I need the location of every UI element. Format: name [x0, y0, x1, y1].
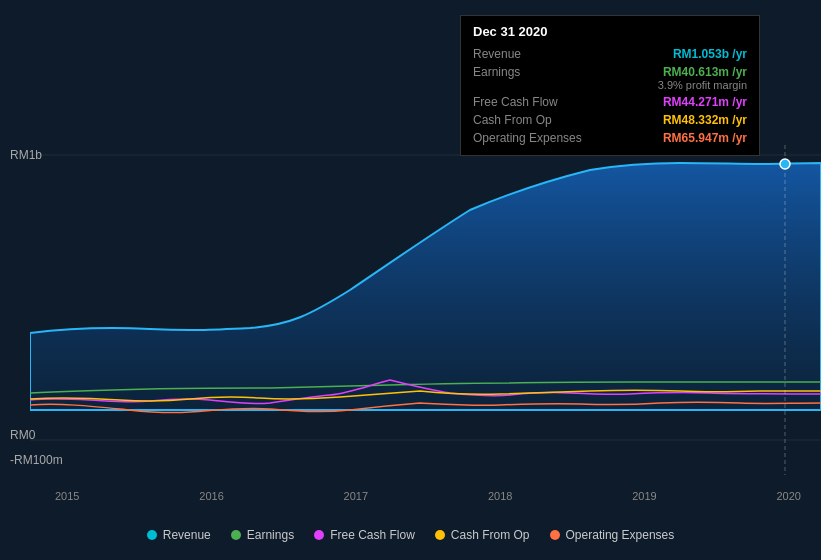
tooltip-value-revenue: RM1.053b /yr	[673, 47, 747, 61]
x-label-2020: 2020	[776, 490, 800, 502]
tooltip-label-revenue: Revenue	[473, 47, 593, 61]
svg-point-4	[780, 159, 790, 169]
main-chart	[30, 145, 821, 475]
tooltip-row-fcf: Free Cash Flow RM44.271m /yr	[473, 93, 747, 111]
legend-item-cashfromop[interactable]: Cash From Op	[435, 528, 530, 542]
x-axis: 2015 2016 2017 2018 2019 2020	[55, 490, 801, 502]
tooltip-value-earnings: RM40.613m /yr	[663, 65, 747, 79]
tooltip-row-revenue: Revenue RM1.053b /yr	[473, 45, 747, 63]
legend-dot-revenue	[147, 530, 157, 540]
x-label-2017: 2017	[344, 490, 368, 502]
legend: Revenue Earnings Free Cash Flow Cash Fro…	[0, 520, 821, 550]
tooltip-value-fcf: RM44.271m /yr	[663, 95, 747, 109]
x-label-2015: 2015	[55, 490, 79, 502]
legend-dot-fcf	[314, 530, 324, 540]
tooltip-box: Dec 31 2020 Revenue RM1.053b /yr Earning…	[460, 15, 760, 156]
legend-dot-cashfromop	[435, 530, 445, 540]
legend-dot-earnings	[231, 530, 241, 540]
legend-label-earnings: Earnings	[247, 528, 294, 542]
legend-dot-opex	[550, 530, 560, 540]
legend-item-earnings[interactable]: Earnings	[231, 528, 294, 542]
tooltip-row-cashfromop: Cash From Op RM48.332m /yr	[473, 111, 747, 129]
tooltip-label-earnings: Earnings	[473, 65, 593, 79]
tooltip-label-fcf: Free Cash Flow	[473, 95, 593, 109]
chart-container: Dec 31 2020 Revenue RM1.053b /yr Earning…	[0, 0, 821, 560]
x-label-2018: 2018	[488, 490, 512, 502]
legend-label-opex: Operating Expenses	[566, 528, 675, 542]
tooltip-label-cashfromop: Cash From Op	[473, 113, 593, 127]
x-label-2019: 2019	[632, 490, 656, 502]
tooltip-value-cashfromop: RM48.332m /yr	[663, 113, 747, 127]
legend-label-revenue: Revenue	[163, 528, 211, 542]
x-label-2016: 2016	[199, 490, 223, 502]
legend-item-fcf[interactable]: Free Cash Flow	[314, 528, 415, 542]
legend-item-revenue[interactable]: Revenue	[147, 528, 211, 542]
tooltip-label-opex: Operating Expenses	[473, 131, 593, 145]
legend-label-cashfromop: Cash From Op	[451, 528, 530, 542]
tooltip-profit-margin: 3.9% profit margin	[473, 79, 747, 93]
tooltip-title: Dec 31 2020	[473, 24, 747, 39]
legend-label-fcf: Free Cash Flow	[330, 528, 415, 542]
tooltip-row-opex: Operating Expenses RM65.947m /yr	[473, 129, 747, 147]
tooltip-value-opex: RM65.947m /yr	[663, 131, 747, 145]
legend-item-opex[interactable]: Operating Expenses	[550, 528, 675, 542]
